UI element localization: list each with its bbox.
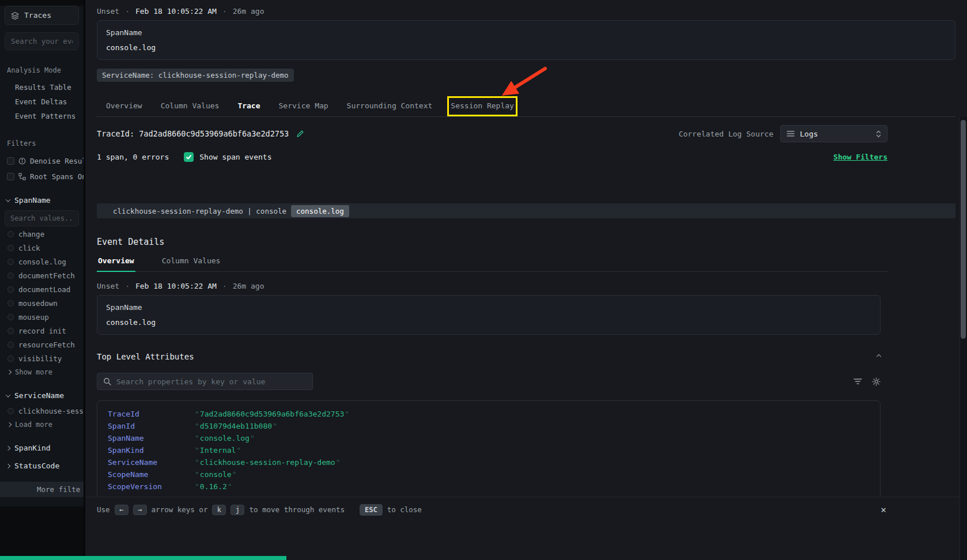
source-label: Traces (24, 11, 51, 20)
analysis-mode-event-patterns[interactable]: Event Patterns (0, 109, 84, 123)
checkbox[interactable] (7, 328, 14, 334)
attribute-value: Internal (194, 446, 241, 455)
attribute-row[interactable]: SpanKindInternal (97, 444, 880, 456)
traces-layers-icon (11, 12, 19, 20)
attribute-row[interactable]: ScopeVersion0.16.2 (97, 480, 880, 493)
right-arrow-key: → (133, 505, 147, 515)
tab-session-replay[interactable]: Session Replay (447, 96, 518, 116)
show-filters-link[interactable]: Show Filters (833, 153, 887, 161)
properties-search-input[interactable] (116, 377, 307, 386)
footer-hint-text: Use (97, 505, 110, 514)
facet-value-search-input[interactable] (5, 210, 79, 226)
facet-value[interactable]: resourceFetch (0, 338, 84, 351)
search-icon (103, 377, 111, 385)
facet-value[interactable]: mouseup (0, 311, 84, 323)
separator: · (222, 282, 227, 290)
show-more-link[interactable]: Show more (0, 365, 84, 380)
facet-servicename-header[interactable]: ServiceName (0, 388, 84, 403)
checkbox[interactable] (7, 273, 14, 279)
attribute-value: console (194, 470, 237, 479)
facet-value[interactable]: record init (0, 324, 84, 337)
attribute-row[interactable]: ScopeNameconsole (97, 468, 880, 480)
load-more-link[interactable]: Load more (0, 417, 84, 432)
span-name-label: SpanName (106, 28, 946, 37)
tab-service-map[interactable]: Service Map (270, 96, 338, 116)
attribute-value: clickhouse-session-replay-demo (194, 458, 341, 467)
facet-value[interactable]: clickhouse-sessi (0, 404, 84, 417)
checkbox[interactable] (7, 245, 14, 251)
log-source-value: Logs (800, 130, 871, 138)
correlated-log-source: Correlated Log Source Logs (679, 125, 887, 142)
relative-time: 26m ago (233, 282, 265, 290)
facet-value[interactable]: change (0, 228, 84, 240)
collapse-chevron-icon[interactable] (877, 354, 881, 359)
scrollbar-thumb[interactable] (961, 120, 966, 339)
denoise-icon (18, 157, 26, 165)
show-span-events-checkbox[interactable] (184, 152, 194, 162)
root-spans-only-toggle[interactable]: Root Spans Onl (0, 169, 84, 184)
facet-value[interactable]: click (0, 241, 84, 254)
tab-ed-overview[interactable]: Overview (97, 252, 135, 272)
tab-trace[interactable]: Trace (228, 96, 269, 116)
checkbox[interactable] (7, 342, 14, 348)
facet-spanname-header[interactable]: SpanName (0, 192, 84, 208)
facet-value[interactable]: mousedown (0, 297, 84, 309)
checkbox[interactable] (7, 157, 14, 165)
facet-value[interactable]: visibility (0, 352, 84, 365)
checkbox[interactable] (7, 314, 14, 320)
checkbox[interactable] (7, 173, 14, 180)
load-more-label: Load more (15, 421, 52, 429)
service-name-chip[interactable]: ServiceName: clickhouse-session-replay-d… (97, 69, 294, 82)
attribute-row[interactable]: SpanIdd51079d4eb11b080 (97, 420, 880, 432)
tab-overview[interactable]: Overview (97, 96, 152, 116)
edit-icon[interactable] (296, 130, 304, 138)
footer-hint-text: to close (387, 505, 422, 514)
attribute-row[interactable]: ServiceNameclickhouse-session-replay-dem… (97, 456, 880, 468)
checkbox[interactable] (7, 300, 14, 307)
event-search-input[interactable] (5, 32, 79, 50)
trace-waterfall-row[interactable]: clickhouse-session-replay-demo | console… (97, 203, 955, 218)
timestamp: Feb 18 10:05:22 AM (135, 282, 217, 290)
tab-ed-column-values[interactable]: Column Values (161, 252, 222, 271)
checkbox[interactable] (7, 259, 14, 265)
tab-surrounding-context[interactable]: Surrounding Context (338, 96, 442, 116)
tab-column-values[interactable]: Column Values (152, 96, 229, 116)
trace-toolbar: TraceId: 7ad2ad8660c9d53969a6bf6a3e2d275… (97, 125, 887, 142)
analysis-mode-results-table[interactable]: Results Table (0, 80, 84, 94)
facet-name: SpanKind (14, 444, 51, 452)
facet-statuscode-header[interactable]: StatusCode (0, 458, 84, 474)
waterfall-span-chip[interactable]: console.log (291, 205, 349, 217)
analysis-mode-event-deltas[interactable]: Event Deltas (0, 94, 84, 109)
event-meta: Unset · Feb 18 10:05:22 AM · 26m ago (97, 282, 881, 290)
attribute-value: 0.16.2 (194, 482, 233, 491)
facet-value[interactable]: documentFetch (0, 269, 84, 282)
span-name-label: SpanName (106, 303, 871, 312)
checkbox[interactable] (7, 408, 14, 414)
scrollbar[interactable] (960, 117, 967, 560)
facet-value-label: mousedown (18, 299, 58, 308)
checkbox[interactable] (7, 231, 14, 237)
filter-lines-icon[interactable] (853, 378, 862, 385)
attribute-row[interactable]: SpanNameconsole.log (97, 432, 880, 444)
facet-value[interactable]: console.log (0, 255, 84, 268)
event-details-tabs: Overview Column Values (97, 252, 887, 272)
facet-value-label: change (18, 230, 44, 239)
checkbox[interactable] (7, 355, 14, 362)
attribute-row[interactable]: TraceId7ad2ad8660c9d53969a6bf6a3e2d2753 (97, 408, 880, 420)
checkbox[interactable] (7, 286, 14, 293)
log-source-select[interactable]: Logs (780, 125, 887, 142)
settings-gear-icon[interactable] (872, 377, 881, 386)
more-filters-button[interactable]: More filte (0, 482, 84, 497)
facet-spankind-header[interactable]: SpanKind (0, 440, 84, 456)
close-icon[interactable]: ✕ (881, 504, 886, 515)
facet-value[interactable]: documentLoad (0, 283, 84, 296)
attribute-key: SpanName (108, 434, 194, 442)
span-name-card: SpanName console.log (97, 295, 881, 335)
toggle-label: Denoise Result (30, 157, 84, 165)
event-details-section: Unset · Feb 18 10:05:22 AM · 26m ago Spa… (97, 282, 881, 501)
source-selector-button[interactable]: Traces (5, 6, 79, 25)
denoise-results-toggle[interactable]: Denoise Result (0, 153, 84, 169)
properties-search[interactable] (97, 373, 313, 390)
event-details-title: Event Details (97, 237, 955, 247)
facet-value-label: documentFetch (18, 271, 75, 280)
